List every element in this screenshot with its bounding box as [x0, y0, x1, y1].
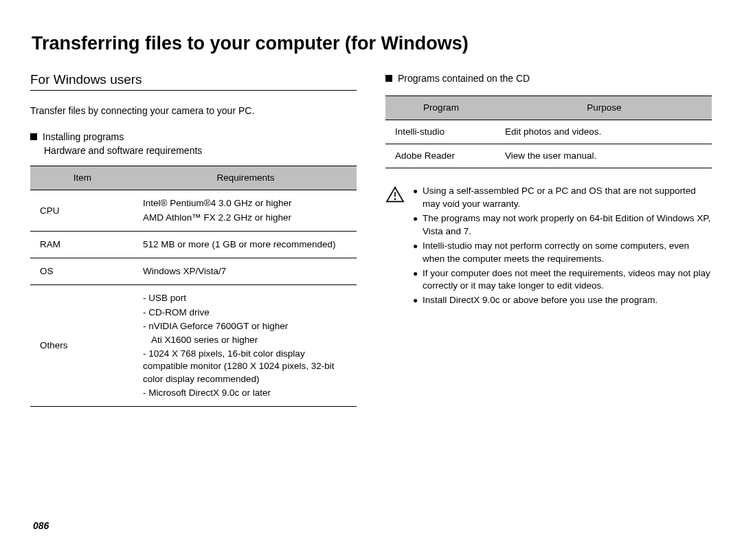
table-row: CPUIntel® Pentium®4 3.0 GHz or higherAMD… [30, 190, 357, 231]
table-row: Others- USB port- CD-ROM drive- nVIDIA G… [30, 285, 357, 407]
requirement-line: - USB port [143, 292, 350, 304]
table-cell-program: Adobe Reader [385, 144, 497, 168]
warning-text: Install DirectX 9.0c or above before you… [423, 294, 712, 307]
requirement-line: 512 MB or more (1 GB or more recommended… [143, 238, 350, 251]
programs-table: Program Purpose Intelli-studioEdit photo… [385, 96, 712, 169]
list-item: ●The programs may not work properly on 6… [413, 212, 712, 238]
warning-block: ●Using a self-assembled PC or a PC and O… [385, 185, 712, 309]
sub-heading-secondary: Hardware and software requirements [44, 145, 357, 156]
table-cell-requirement: Intel® Pentium®4 3.0 GHz or higherAMD At… [135, 190, 357, 231]
bullet-icon: ● [413, 240, 423, 266]
table-row: Intelli-studioEdit photos and videos. [385, 120, 712, 144]
bullet-icon: ● [413, 212, 423, 238]
list-item: ●Using a self-assembled PC or a PC and O… [413, 185, 712, 211]
requirement-line: - Microsoft DirectX 9.0c or later [143, 387, 350, 399]
requirement-line: Intel® Pentium®4 3.0 GHz or higher [143, 197, 350, 210]
requirement-line: - CD-ROM drive [143, 306, 350, 319]
bullet-icon: ● [413, 185, 423, 211]
warning-text: Using a self-assembled PC or a PC and OS… [423, 185, 712, 211]
requirements-table: Item Requirements CPUIntel® Pentium®4 3.… [30, 166, 357, 407]
square-bullet-icon [385, 75, 392, 82]
table-cell-purpose: View the user manual. [497, 144, 712, 168]
page-number: 086 [33, 520, 49, 531]
list-item: ●If your computer does not meet the requ… [413, 267, 712, 293]
table-cell-purpose: Edit photos and videos. [497, 120, 712, 144]
table-header: Purpose [497, 96, 712, 120]
table-header: Requirements [135, 166, 357, 190]
table-row: Adobe ReaderView the user manual. [385, 144, 712, 168]
table-cell-item: CPU [30, 190, 135, 231]
sub-heading-programs: Programs contained on the CD [385, 72, 712, 86]
table-cell-requirement: - USB port- CD-ROM drive- nVIDIA Geforce… [135, 285, 357, 407]
intro-text: Transfer files by connecting your camera… [30, 104, 357, 118]
requirement-line: - nVIDIA Geforce 7600GT or higher [143, 320, 350, 333]
warning-text: The programs may not work properly on 64… [423, 212, 712, 238]
manual-page: Transferring files to your computer (for… [0, 0, 742, 560]
table-row: OSWindows XP/Vista/7 [30, 258, 357, 285]
requirement-line: AMD Athlon™ FX 2.2 GHz or higher [143, 212, 350, 224]
sub-heading-label: Programs contained on the CD [398, 73, 530, 84]
sub-heading-label: Installing programs [43, 131, 124, 142]
table-cell-requirement: Windows XP/Vista/7 [135, 258, 357, 285]
left-column: For Windows users Transfer files by conn… [30, 72, 357, 407]
right-column: Programs contained on the CD Program Pur… [385, 72, 712, 407]
table-header: Item [30, 166, 135, 190]
square-bullet-icon [30, 133, 37, 140]
warning-text: Intelli-studio may not perform correctly… [423, 240, 712, 266]
requirement-line: - 1024 X 768 pixels, 16-bit color displa… [143, 348, 350, 385]
content-columns: For Windows users Transfer files by conn… [30, 72, 712, 407]
table-cell-item: OS [30, 258, 135, 285]
svg-point-2 [394, 199, 396, 201]
warning-text: If your computer does not meet the requi… [423, 267, 712, 293]
table-header: Program [385, 96, 497, 120]
requirement-line: Windows XP/Vista/7 [143, 265, 350, 278]
warning-icon [385, 186, 405, 203]
table-cell-item: Others [30, 285, 135, 407]
bullet-icon: ● [413, 267, 423, 293]
bullet-icon: ● [413, 294, 423, 307]
table-cell-requirement: 512 MB or more (1 GB or more recommended… [135, 231, 357, 258]
table-cell-program: Intelli-studio [385, 120, 497, 144]
list-item: ●Intelli-studio may not perform correctl… [413, 240, 712, 266]
table-row: RAM512 MB or more (1 GB or more recommen… [30, 231, 357, 258]
sub-heading-installing: Installing programs [30, 131, 357, 144]
section-heading: For Windows users [30, 72, 357, 91]
page-title: Transferring files to your computer (for… [32, 33, 712, 54]
requirement-line: Ati X1600 series or higher [143, 334, 350, 346]
warning-list: ●Using a self-assembled PC or a PC and O… [413, 185, 712, 309]
table-cell-item: RAM [30, 231, 135, 258]
list-item: ●Install DirectX 9.0c or above before yo… [413, 294, 712, 307]
